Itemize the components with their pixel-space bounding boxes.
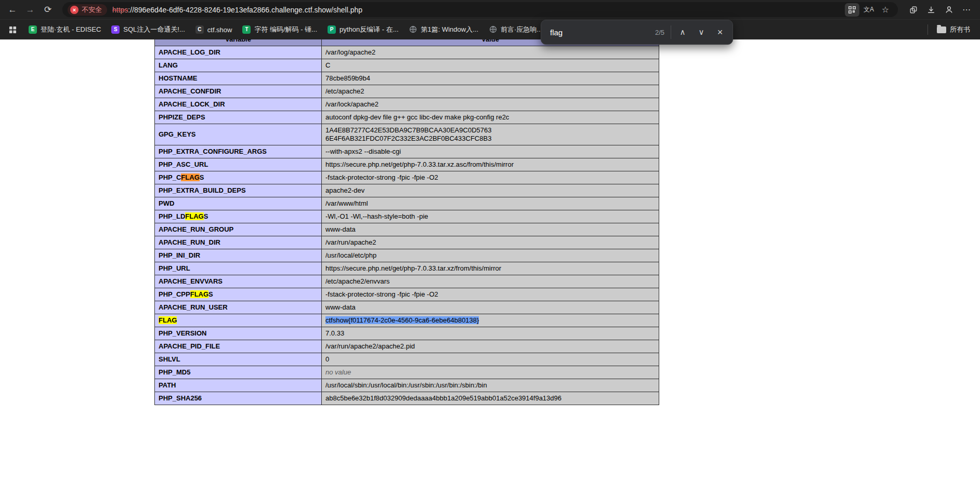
security-chip[interactable]: × 不安全 [68,4,107,16]
env-var-name-cell: HOSTNAME [155,72,322,85]
env-var-name-cell: PHP_MD5 [155,366,322,379]
env-var-value-text: /etc/apache2/envvars [325,277,390,285]
find-close-icon[interactable]: × [711,23,729,42]
find-match-highlight: FLAG [159,316,177,324]
find-previous-icon[interactable]: ∧ [673,23,692,42]
bookmark-item[interactable]: 第1篇: Window入... [404,22,484,37]
variable-column-header: Variable [155,39,322,46]
env-var-value-cell: C [322,59,659,72]
browser-toolbar: ← → ⟳ × 不安全 https://896e6d4e-6df6-4228-8… [0,0,980,19]
find-match-highlight: FLAG [185,212,203,220]
env-var-name-cell: FLAG [155,314,322,327]
globe-favicon-icon [489,25,497,34]
env-var-value-cell: /etc/apache2 [322,85,659,98]
not-secure-icon: × [70,6,79,14]
env-table-row: PWD/var/www/html [155,197,659,210]
bookmark-item[interactable]: E登陆·玄机 - EDISEC [24,22,106,37]
url-text[interactable]: https://896e6d4e-6df6-4228-8246-19e13efa… [112,6,845,14]
bookmark-favicon-icon: P [328,25,336,34]
env-var-name-cell: PHP_ASC_URL [155,158,322,171]
apps-grid-icon[interactable] [5,23,20,36]
env-var-value-cell: 78cbe859b9b4 [322,72,659,85]
favorite-star-icon[interactable]: ☆ [878,3,893,17]
env-table-row: APACHE_CONFDIR/etc/apache2 [155,85,659,98]
env-table-row: PHP_VERSION7.0.33 [155,327,659,340]
env-var-value-text: apache2-dev [325,186,364,194]
env-var-value-cell: /etc/apache2/envvars [322,275,659,288]
bookmark-item[interactable]: Cctf.show [191,23,237,36]
bookmark-item[interactable]: T字符 编码/解码 - 锤... [238,22,322,37]
env-table-row: APACHE_PID_FILE/var/run/apache2/apache2.… [155,340,659,353]
bookmark-favicon-icon: S [111,25,120,34]
reload-icon[interactable]: ⟳ [40,2,56,18]
profile-avatar-icon[interactable] [942,3,956,17]
env-var-name-text: PHP_LD [159,212,185,220]
env-table-row: PHP_CPPFLAGS-fstack-protector-strong -fp… [155,288,659,301]
env-var-name-cell: APACHE_CONFDIR [155,85,322,98]
env-var-value-text: /var/run/apache2/apache2.pid [325,342,415,350]
env-var-name-cell: PHP_CFLAGS [155,171,322,184]
env-table-row: APACHE_LOCK_DIR/var/lock/apache2 [155,98,659,111]
env-var-value-text: /var/www/html [325,199,368,207]
env-var-value-cell: https://secure.php.net/get/php-7.0.33.ta… [322,158,659,171]
no-value-text: no value [325,368,351,376]
env-var-name-text: SHLVL [159,355,180,363]
env-var-name-text: PHP_SHA256 [159,394,202,402]
bookmark-label: 字符 编码/解码 - 锤... [254,25,317,34]
env-table: Variable Value APACHE_LOG_DIR/var/log/ap… [154,39,659,405]
qr-code-icon[interactable] [845,3,859,17]
env-var-value-cell: https://secure.php.net/get/php-7.0.33.ta… [322,262,659,275]
env-table-row: PATH/usr/local/sbin:/usr/local/bin:/usr/… [155,379,659,392]
env-var-value-cell: -fstack-protector-strong -fpic -fpie -O2 [322,171,659,184]
env-table-row: PHPIZE_DEPSautoconf dpkg-dev file g++ gc… [155,111,659,124]
env-var-value-text: -fstack-protector-strong -fpic -fpie -O2 [325,290,438,298]
url-rest: ://896e6d4e-6df6-4228-8246-19e13efa2866.… [128,6,362,14]
settings-menu-icon[interactable]: ⋯ [959,3,974,17]
env-var-name-text: APACHE_RUN_DIR [159,238,220,246]
env-table-wrapper: Variable Value APACHE_LOG_DIR/var/log/ap… [154,39,659,405]
bookmark-item[interactable]: Ppython反编译 - 在... [323,22,403,37]
env-var-value-cell: -fstack-protector-strong -fpic -fpie -O2 [322,288,659,301]
env-var-value-text: ab8c5be6e32b1f8d032909dedaaaa4bbb1a209e5… [325,394,561,402]
env-var-name-cell: LANG [155,59,322,72]
find-next-icon[interactable]: ∨ [692,23,711,42]
env-var-name-text: APACHE_CONFDIR [159,87,221,95]
env-var-value-text: 78cbe859b9b4 [325,74,370,82]
env-var-name-text: APACHE_LOCK_DIR [159,100,225,108]
env-var-value-cell: www-data [322,301,659,314]
selected-flag-text: ctfshow{f0117674-2c0e-4560-9ca6-6ebe64b8… [325,316,479,324]
extensions-icon[interactable] [906,3,921,17]
back-icon[interactable]: ← [4,2,21,18]
env-var-value-text: /var/lock/apache2 [325,100,378,108]
env-var-value-cell: apache2-dev [322,184,659,197]
env-var-value-cell: /var/lock/apache2 [322,98,659,111]
env-var-value-text: www-data [325,225,356,233]
env-var-name-cell: PHP_CPPFLAGS [155,288,322,301]
env-var-name-text: APACHE_LOG_DIR [159,48,220,56]
env-table-row: PHP_ASC_URLhttps://secure.php.net/get/ph… [155,158,659,171]
find-match-count: 2/5 [655,29,664,36]
env-var-value-cell: /var/run/apache2/apache2.pid [322,340,659,353]
env-var-name-cell: PHP_VERSION [155,327,322,340]
downloads-icon[interactable] [924,3,938,17]
bookmark-item[interactable]: 前言·应急响... [484,22,547,37]
env-table-row: PHP_LDFLAGS-Wl,-O1 -Wl,--hash-style=both… [155,210,659,223]
bookmark-label: 登陆·玄机 - EDISEC [41,25,101,34]
find-query-input[interactable]: flag [550,28,655,37]
env-table-row: APACHE_LOG_DIR/var/log/apache2 [155,46,659,59]
env-table-row: APACHE_RUN_USERwww-data [155,301,659,314]
env-var-value-cell: 1A4E8B7277C42E53DBA9C7B9BCAA30EA9C0D5763… [322,124,659,145]
env-var-name-text: PHP_EXTRA_BUILD_DEPS [159,186,246,194]
translate-icon[interactable]: 文A [861,3,876,17]
forward-icon[interactable]: → [22,2,38,18]
bookmark-favicon-icon: C [195,25,204,34]
all-bookmarks-button[interactable]: 所有书 [932,22,975,37]
address-bar[interactable]: × 不安全 https://896e6d4e-6df6-4228-8246-19… [62,2,898,17]
bookmark-item[interactable]: SSQL注入一命通关!... [107,22,189,37]
env-table-row: APACHE_RUN_GROUPwww-data [155,223,659,236]
find-in-page-bar: flag 2/5 ∧ ∨ × [541,20,733,45]
env-var-value-cell: no value [322,366,659,379]
env-table-row: PHP_SHA256ab8c5be6e32b1f8d032909dedaaaa4… [155,392,659,405]
env-var-value-text: /etc/apache2 [325,87,364,95]
env-var-name-text: PHP_CPP [159,290,190,298]
